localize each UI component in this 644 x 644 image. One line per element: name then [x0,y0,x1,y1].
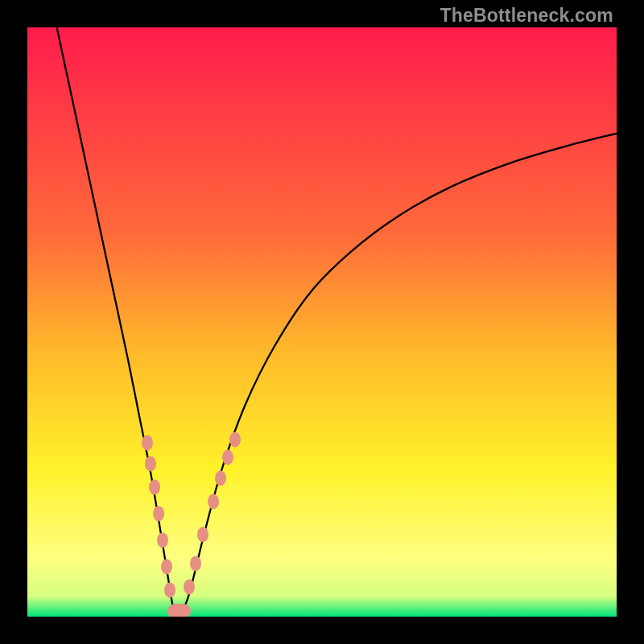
marker-dot [222,450,233,465]
figure-frame: TheBottleneck.com [0,0,644,644]
marker-dot [142,436,153,451]
marker-dot [145,456,156,471]
watermark-text: TheBottleneck.com [440,5,613,27]
marker-dot [197,526,208,542]
marker-dot [153,506,164,521]
marker-dot [164,583,175,598]
marker-dot [149,479,160,494]
marker-dot [184,580,195,595]
marker-dot [157,532,168,547]
marker-dot [208,494,219,510]
marker-baseline-pill [167,604,191,617]
marker-dot [190,556,201,572]
bottleneck-curve [27,27,617,617]
marker-dot [215,470,226,485]
plot-area [27,27,617,617]
marker-dot [229,432,241,448]
marker-dot [161,559,172,574]
